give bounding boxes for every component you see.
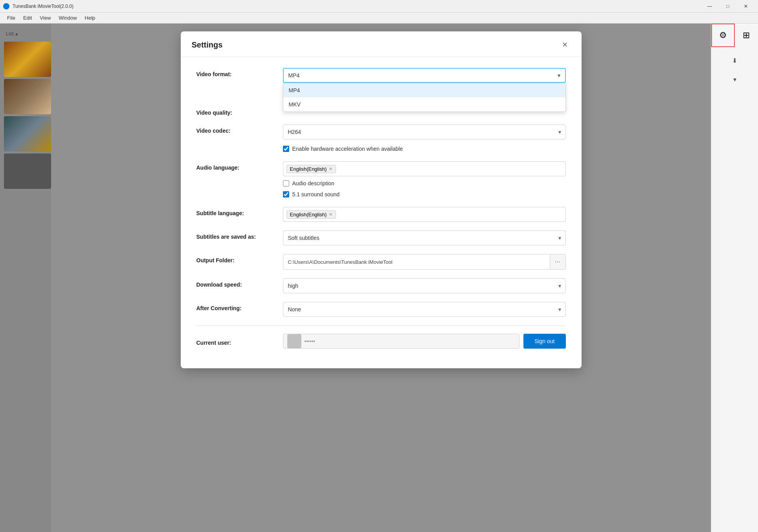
video-codec-control: H264 H265 MPEG4 Enable hardware accelera…: [283, 124, 566, 153]
user-id-text: ••••••: [305, 338, 315, 344]
menu-help[interactable]: Help: [81, 13, 99, 22]
settings-dialog: Settings ✕ Video format: MP4 ▾: [181, 31, 582, 368]
video-codec-label: Video codec:: [196, 124, 283, 134]
dialog-header: Settings ✕: [181, 31, 582, 57]
grid-icon: ⊞: [743, 30, 750, 40]
video-format-dropdown-list: MP4 MKV: [283, 83, 566, 112]
video-format-control: MP4 ▾ MP4 MKV: [283, 68, 566, 83]
download-speed-control: high medium low: [283, 278, 566, 293]
dialog-close-button[interactable]: ✕: [560, 39, 571, 50]
subtitle-language-control: English(English) ✕: [283, 207, 566, 222]
surround-sound-label[interactable]: 5.1 surround sound: [292, 191, 340, 197]
dialog-title: Settings: [192, 40, 223, 49]
user-row-content: •••••• Sign out: [283, 334, 566, 349]
subtitles-saved-row: Subtitles are saved as: Soft subtitles H…: [196, 230, 566, 245]
audio-language-label: Audio language:: [196, 161, 283, 171]
sign-out-button[interactable]: Sign out: [523, 334, 565, 349]
thumbnail-3[interactable]: [4, 116, 51, 152]
after-converting-select[interactable]: None Open folder Shut down: [283, 302, 566, 317]
download-speed-select[interactable]: high medium low: [283, 278, 566, 293]
subtitle-language-label: Subtitle language:: [196, 207, 283, 216]
list-label[interactable]: List ▴: [2, 27, 49, 40]
output-folder-field: C:\Users\A\Documents\TunesBank iMovieToo…: [283, 254, 566, 270]
video-codec-wrapper: H264 H265 MPEG4: [283, 124, 566, 139]
menu-view[interactable]: View: [36, 13, 55, 22]
hw-accel-row: Enable hardware acceleration when availa…: [283, 145, 566, 153]
audio-desc-checkbox[interactable]: [283, 180, 289, 186]
menu-window[interactable]: Window: [55, 13, 81, 22]
current-user-label: Current user:: [196, 336, 283, 346]
audio-language-control: English(English) ✕ Audio description 5.: [283, 161, 566, 198]
hw-accel-checkbox[interactable]: [283, 146, 289, 152]
main-content: Settings ✕ Video format: MP4 ▾: [51, 24, 711, 532]
output-folder-row: Output Folder: C:\Users\A\Documents\Tune…: [196, 254, 566, 270]
avatar: [287, 334, 301, 348]
right-panel-secondary: ⬇ ▾: [711, 47, 758, 93]
audio-language-row: Audio language: English(English) ✕ Audi: [196, 161, 566, 198]
after-converting-row: After Converting: None Open folder Shut …: [196, 302, 566, 317]
subtitles-saved-wrapper: Soft subtitles Hard subtitles External s…: [283, 230, 566, 245]
chevron-row: ▾: [715, 72, 754, 86]
folder-browse-button[interactable]: ···: [550, 254, 565, 269]
surround-sound-checkbox[interactable]: [283, 191, 289, 197]
right-panel: ⚙ ⊞ ⬇ ▾: [711, 24, 758, 532]
right-panel-top: ⚙ ⊞: [711, 24, 758, 47]
chevron-button[interactable]: ▾: [728, 72, 742, 86]
subtitle-language-tag: English(English) ✕: [286, 210, 336, 219]
download-button[interactable]: ⬇: [728, 53, 742, 68]
gear-button[interactable]: ⚙: [711, 24, 735, 47]
subtitles-saved-label: Subtitles are saved as:: [196, 230, 283, 240]
download-icon: ⬇: [732, 57, 737, 64]
window-close-button[interactable]: ✕: [737, 0, 755, 13]
subtitles-saved-select[interactable]: Soft subtitles Hard subtitles External s…: [283, 230, 566, 245]
dialog-overlay: Settings ✕ Video format: MP4 ▾: [51, 24, 711, 532]
menu-file[interactable]: File: [3, 13, 19, 22]
dropdown-item-mkv[interactable]: MKV: [283, 97, 565, 112]
title-bar: TunesBank iMovieTool(2.0.0) — □ ✕: [0, 0, 758, 13]
after-converting-control: None Open folder Shut down: [283, 302, 566, 317]
download-speed-row: Download speed: high medium low: [196, 278, 566, 293]
subtitle-language-tag-input[interactable]: English(English) ✕: [283, 207, 566, 222]
subtitle-language-row: Subtitle language: English(English) ✕: [196, 207, 566, 222]
thumbnail-2[interactable]: [4, 79, 51, 114]
user-id-box: ••••••: [283, 334, 520, 349]
audio-language-tag-input[interactable]: English(English) ✕: [283, 161, 566, 176]
hw-accel-label[interactable]: Enable hardware acceleration when availa…: [292, 146, 403, 152]
download-speed-label: Download speed:: [196, 278, 283, 288]
audio-desc-row: Audio description: [283, 179, 566, 187]
current-user-control: •••••• Sign out: [283, 334, 566, 349]
menu-edit[interactable]: Edit: [19, 13, 36, 22]
current-user-row: Current user: •••••• Sign out: [196, 334, 566, 349]
grid-button[interactable]: ⊞: [735, 24, 758, 47]
app-icon: [3, 3, 9, 9]
list-chevron-icon: ▴: [15, 31, 18, 37]
after-converting-label: After Converting:: [196, 302, 283, 311]
download-speed-wrapper: high medium low: [283, 278, 566, 293]
minimize-button[interactable]: —: [701, 0, 719, 13]
subtitle-language-tag-close[interactable]: ✕: [329, 212, 332, 217]
video-format-row: Video format: MP4 ▾ MP4 MKV: [196, 68, 566, 83]
menu-bar: File Edit View Window Help: [0, 13, 758, 24]
output-folder-path: C:\Users\A\Documents\TunesBank iMovieToo…: [283, 256, 550, 268]
dropdown-item-mp4[interactable]: MP4: [283, 83, 565, 97]
video-codec-select[interactable]: H264 H265 MPEG4: [283, 124, 566, 139]
maximize-button[interactable]: □: [719, 0, 737, 13]
thumbnail-1[interactable]: [4, 42, 51, 77]
left-panel: List ▴: [0, 24, 51, 532]
video-format-select[interactable]: MP4 ▾: [283, 68, 566, 83]
app-title: TunesBank iMovieTool(2.0.0): [13, 4, 701, 9]
output-folder-label: Output Folder:: [196, 254, 283, 263]
surround-sound-row: 5.1 surround sound: [283, 190, 566, 198]
video-format-label: Video format:: [196, 68, 283, 77]
thumbnail-4[interactable]: [4, 154, 51, 189]
gear-icon: ⚙: [719, 30, 727, 40]
settings-divider: [196, 325, 566, 326]
download-row: ⬇: [715, 53, 754, 68]
audio-desc-label[interactable]: Audio description: [292, 180, 334, 186]
chevron-down-icon: ▾: [733, 76, 736, 83]
audio-language-tag-close[interactable]: ✕: [329, 166, 332, 172]
app-body: List ▴ Settings ✕ Vide: [0, 24, 758, 532]
audio-language-tag: English(English) ✕: [286, 165, 336, 173]
format-chevron-icon: ▾: [558, 72, 560, 79]
subtitles-saved-control: Soft subtitles Hard subtitles External s…: [283, 230, 566, 245]
